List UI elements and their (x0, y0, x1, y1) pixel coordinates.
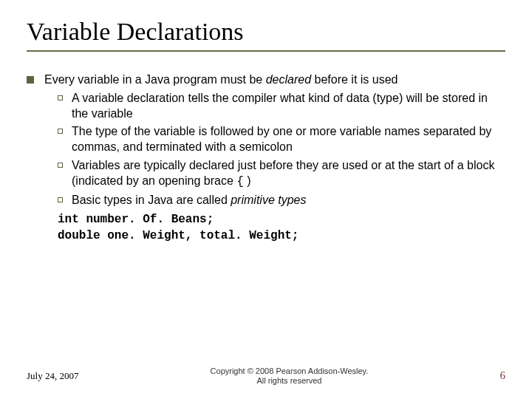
bullet-lvl1: Every variable in a Java program must be… (27, 72, 505, 245)
code-line: int number. Of. Beans; (58, 212, 505, 228)
lvl2-text: Basic types in Java are called primitive… (72, 193, 505, 208)
footer-copy-line1: Copyright © 2008 Pearson Addison-Wesley. (78, 366, 499, 376)
hollow-square-icon (58, 95, 63, 100)
lvl2-text-pre: Basic types in Java are called (72, 194, 231, 206)
lvl1-text-pre: Every variable in a Java program must be (44, 73, 266, 86)
hollow-square-icon (58, 129, 63, 134)
footer-page-number: 6 (500, 369, 506, 382)
lvl2-text: A variable declaration tells the compile… (72, 91, 505, 122)
lvl2-text: The type of the variable is followed by … (72, 124, 505, 155)
bullet-lvl2: Basic types in Java are called primitive… (44, 193, 505, 208)
hollow-square-icon (58, 197, 63, 202)
lvl2-text-post: ) (244, 174, 251, 187)
code-example: int number. Of. Beans; double one. Weigh… (44, 212, 505, 244)
footer-copy-line2: All rights reserved (78, 376, 499, 386)
bullet-lvl2: Variables are typically declared just be… (44, 158, 505, 190)
square-bullet-icon (27, 76, 34, 83)
slide-footer: July 24, 2007 Copyright © 2008 Pearson A… (0, 366, 532, 386)
lvl2-text-em: primitive types (231, 194, 306, 206)
footer-copyright: Copyright © 2008 Pearson Addison-Wesley.… (78, 366, 499, 386)
footer-date: July 24, 2007 (27, 370, 78, 382)
bullet-lvl2: A variable declaration tells the compile… (44, 91, 505, 122)
hollow-square-icon (58, 163, 63, 168)
lvl2-text-pre: Variables are typically declared just be… (72, 159, 494, 187)
bullet-lvl2: The type of the variable is followed by … (44, 124, 505, 155)
slide-title: Variable Declarations (27, 18, 505, 52)
lvl1-text-em: declared (266, 73, 311, 86)
code-line: double one. Weight, total. Weight; (58, 228, 505, 245)
lvl1-text-post: before it is used (311, 73, 398, 86)
lvl2-code: { (236, 175, 244, 188)
lvl2-text: Variables are typically declared just be… (72, 158, 505, 190)
